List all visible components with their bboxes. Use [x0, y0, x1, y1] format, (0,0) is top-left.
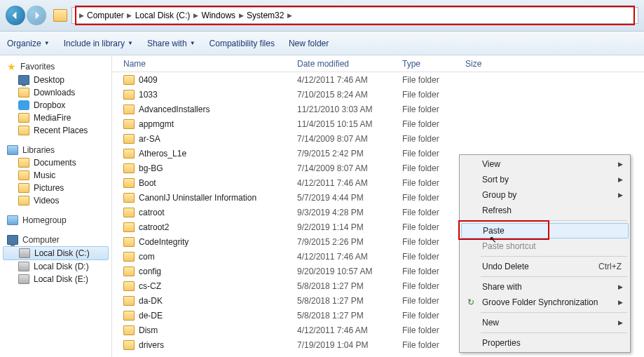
shortcut-label: Ctrl+Z: [598, 262, 622, 271]
cell-date: 4/12/2011 7:46 AM: [297, 75, 402, 85]
folder-icon: [123, 325, 135, 335]
cell-date: 9/20/2019 10:57 AM: [297, 267, 402, 276]
ctx-new[interactable]: New▶: [461, 315, 629, 330]
chevron-right-icon: ▶: [126, 12, 133, 19]
ctx-properties[interactable]: Properties: [461, 335, 629, 351]
cell-type: File folder: [402, 134, 465, 144]
sidebar-item-desktop[interactable]: Desktop: [0, 74, 111, 86]
ctx-groove-sync[interactable]: ↻Groove Folder Synchronization▶: [461, 295, 629, 310]
sidebar-item-recent[interactable]: Recent Places: [0, 124, 111, 137]
cell-name: 0409: [139, 75, 297, 85]
table-row[interactable]: appmgmt11/4/2015 10:15 AMFile folder: [112, 116, 644, 131]
cell-date: 9/2/2019 1:14 PM: [297, 222, 402, 232]
folder-icon: [123, 90, 135, 100]
new-folder-button[interactable]: New folder: [289, 39, 329, 48]
folder-icon: [123, 119, 135, 129]
command-bar: Organize▼ Include in library▼ Share with…: [0, 32, 644, 55]
folder-icon: [123, 163, 135, 173]
cell-name: AdvancedInstallers: [139, 105, 297, 114]
cell-type: File folder: [402, 252, 465, 262]
sidebar-item-drive-c[interactable]: Local Disk (C:): [3, 246, 109, 260]
context-menu: View▶ Sort by▶ Group by▶ Refresh Paste ↖…: [459, 154, 631, 353]
ctx-refresh[interactable]: Refresh: [461, 203, 629, 218]
include-in-library-button[interactable]: Include in library▼: [64, 39, 133, 48]
folder-icon: [123, 252, 135, 262]
compatibility-files-button[interactable]: Compatibility files: [210, 39, 275, 48]
folder-icon: [18, 196, 29, 206]
back-button[interactable]: [6, 6, 25, 25]
cell-name: drivers: [139, 340, 297, 350]
table-row[interactable]: AdvancedInstallers11/21/2010 3:03 AMFile…: [112, 102, 644, 116]
computer-icon: [7, 235, 18, 245]
breadcrumb-system32[interactable]: System32: [247, 11, 284, 20]
ctx-paste-shortcut[interactable]: Paste shortcut: [461, 238, 629, 254]
ctx-undo-delete[interactable]: Undo DeleteCtrl+Z: [461, 259, 629, 274]
favorites-header[interactable]: ★Favorites: [0, 60, 111, 74]
sidebar-item-documents[interactable]: Documents: [0, 156, 111, 169]
separator: [481, 220, 627, 221]
cell-name: bg-BG: [139, 163, 297, 173]
cell-date: 7/10/2015 8:24 AM: [297, 90, 402, 100]
cell-date: 5/8/2018 1:27 PM: [297, 281, 402, 291]
cell-date: 5/8/2018 1:27 PM: [297, 296, 402, 306]
sidebar-item-mediafire[interactable]: MediaFire: [0, 112, 111, 124]
homegroup-icon: [7, 215, 18, 225]
cell-type: File folder: [402, 281, 465, 291]
ctx-paste[interactable]: Paste: [461, 223, 629, 238]
sidebar-item-videos[interactable]: Videos: [0, 194, 111, 207]
share-with-button[interactable]: Share with▼: [147, 39, 196, 48]
table-row[interactable]: 10337/10/2015 8:24 AMFile folder: [112, 87, 644, 102]
cell-type: File folder: [402, 75, 465, 85]
cell-type: File folder: [402, 267, 465, 276]
breadcrumb-windows[interactable]: Windows: [201, 11, 235, 20]
cell-type: File folder: [402, 296, 465, 306]
chevron-right-icon: ▶: [618, 191, 623, 198]
cell-name: de-DE: [139, 311, 297, 321]
cell-date: 7/14/2009 8:07 AM: [297, 163, 402, 173]
cell-type: File folder: [402, 105, 465, 114]
breadcrumb[interactable]: ▶ Computer ▶ Local Disk (C:) ▶ Windows ▶…: [71, 7, 638, 24]
cell-type: File folder: [402, 237, 465, 247]
sidebar-item-pictures[interactable]: Pictures: [0, 182, 111, 194]
column-name[interactable]: Name: [123, 59, 297, 69]
folder-icon: [123, 178, 135, 188]
table-row[interactable]: 04094/12/2011 7:46 AMFile folder: [112, 72, 644, 87]
forward-button[interactable]: [27, 6, 46, 25]
breadcrumb-localdisk-c[interactable]: Local Disk (C:): [135, 11, 191, 20]
separator: [481, 332, 627, 333]
folder-icon: [123, 75, 135, 85]
separator: [481, 256, 627, 257]
drive-icon: [18, 274, 29, 284]
cell-date: 5/7/2019 4:44 PM: [297, 193, 402, 203]
column-type[interactable]: Type: [402, 59, 465, 69]
sidebar-item-drive-e[interactable]: Local Disk (E:): [0, 273, 111, 285]
breadcrumb-computer[interactable]: Computer: [87, 11, 124, 20]
folder-icon: [18, 88, 29, 97]
cell-name: Boot: [139, 178, 297, 188]
libraries-header[interactable]: Libraries: [0, 144, 111, 156]
sidebar-item-dropbox[interactable]: Dropbox: [0, 99, 111, 112]
sidebar-item-drive-d[interactable]: Local Disk (D:): [0, 260, 111, 273]
cell-name: CodeIntegrity: [139, 237, 297, 247]
computer-header[interactable]: Computer: [0, 234, 111, 246]
organize-button[interactable]: Organize▼: [7, 39, 50, 48]
cell-type: File folder: [402, 178, 465, 188]
dropbox-icon: [18, 100, 29, 110]
folder-icon: [18, 113, 29, 123]
sidebar-item-downloads[interactable]: Downloads: [0, 86, 111, 99]
chevron-right-icon: ▶: [618, 319, 623, 326]
ctx-groupby[interactable]: Group by▶: [461, 187, 629, 203]
ctx-sortby[interactable]: Sort by▶: [461, 172, 629, 187]
ctx-share-with[interactable]: Share with▶: [461, 279, 629, 295]
cell-name: 1033: [139, 90, 297, 100]
drive-icon: [19, 248, 30, 258]
cell-date: 7/19/2019 1:04 PM: [297, 340, 402, 350]
column-date[interactable]: Date modified: [297, 59, 402, 69]
chevron-right-icon: ▶: [192, 12, 199, 19]
table-row[interactable]: ar-SA7/14/2009 8:07 AMFile folder: [112, 131, 644, 146]
ctx-view[interactable]: View▶: [461, 156, 629, 172]
column-size[interactable]: Size: [465, 59, 521, 69]
sidebar-item-music[interactable]: Music: [0, 169, 111, 182]
homegroup-header[interactable]: Homegroup: [0, 214, 111, 227]
chevron-right-icon: ▶: [618, 283, 623, 290]
